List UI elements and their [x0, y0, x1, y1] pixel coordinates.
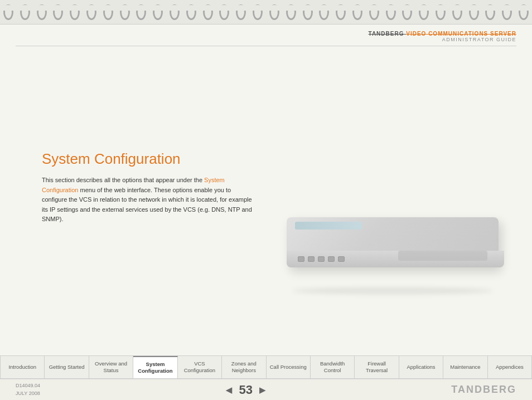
- spiral-ring: [103, 4, 113, 20]
- device-port-4: [328, 256, 335, 262]
- navigation-tabs: IntroductionGetting StartedOverview and …: [0, 355, 532, 379]
- device-body: [287, 217, 499, 267]
- nav-tab-bandwidth-control[interactable]: Bandwidth Control: [311, 356, 355, 378]
- device-shadow: [292, 287, 493, 294]
- nav-tab-firewall-traversal[interactable]: Firewall Traversal: [355, 356, 399, 378]
- page-footer: D14049.04 JULY 2008 ◀ 53 ▶ TANDBERG: [0, 379, 532, 400]
- spiral-binding: [0, 0, 532, 25]
- page-number: 53: [239, 383, 252, 397]
- nav-tab-system-configuration[interactable]: System Configuration: [133, 356, 177, 378]
- subtitle-line: ADMINISTRATOR GUIDE: [369, 37, 516, 42]
- spiral-ring: [136, 4, 146, 20]
- spiral-ring: [70, 4, 80, 20]
- nav-tab-introduction[interactable]: Introduction: [0, 356, 45, 378]
- device-port-1: [298, 256, 304, 262]
- doc-date: JULY 2008: [16, 390, 40, 398]
- spiral-ring: [236, 4, 246, 20]
- nav-tab-maintenance[interactable]: Maintenance: [443, 356, 487, 378]
- device-front-panel: [287, 251, 504, 267]
- spiral-ring: [485, 4, 495, 20]
- spiral-ring: [502, 4, 512, 20]
- spiral-ring: [53, 4, 63, 20]
- spiral-ring: [419, 4, 429, 20]
- device-illustration: [275, 206, 510, 290]
- tandberg-logo: TANDBERG: [451, 384, 516, 396]
- nav-tab-overview-and-status[interactable]: Overview and Status: [89, 356, 133, 378]
- body-text-1: This section describes all the options t…: [42, 177, 204, 183]
- spiral-ring: [369, 4, 379, 20]
- spiral-ring: [153, 4, 163, 20]
- spiral-ring: [3, 4, 13, 20]
- spiral-ring: [402, 4, 412, 20]
- prev-page-button[interactable]: ◀: [226, 386, 232, 394]
- nav-tab-zones-and-neighbors[interactable]: Zones and Neighbors: [222, 356, 266, 378]
- brand-line: TANDBERG VIDEO COMMUNICATIONS SERVER: [369, 31, 516, 37]
- device-port-3: [318, 256, 325, 262]
- nav-tab-applications[interactable]: Applications: [399, 356, 443, 378]
- header-divider: [16, 46, 516, 46]
- nav-tab-getting-started[interactable]: Getting Started: [45, 356, 89, 378]
- doc-number: D14049.04: [16, 382, 40, 390]
- spiral-ring: [186, 4, 196, 20]
- spiral-ring: [436, 4, 446, 20]
- spiral-ring: [336, 4, 346, 20]
- pagination: ◀ 53 ▶: [226, 383, 265, 397]
- doc-info: D14049.04 JULY 2008: [16, 382, 40, 397]
- nav-tab-vcs-configuration[interactable]: VCS Configuration: [178, 356, 222, 378]
- spiral-ring: [86, 4, 96, 20]
- spiral-ring: [352, 4, 362, 20]
- spiral-ring: [253, 4, 263, 20]
- spiral-ring: [286, 4, 296, 20]
- spiral-ring: [219, 4, 229, 20]
- section-body: This section describes all the options t…: [42, 175, 254, 225]
- spiral-ring: [452, 4, 462, 20]
- nav-tab-appendices[interactable]: Appendices: [488, 356, 532, 378]
- spiral-ring: [319, 4, 329, 20]
- next-page-button[interactable]: ▶: [259, 386, 265, 394]
- spiral-ring: [203, 4, 213, 20]
- spiral-ring: [120, 4, 130, 20]
- page-header: TANDBERG VIDEO COMMUNICATIONS SERVER ADM…: [369, 31, 516, 42]
- spiral-ring: [269, 4, 279, 20]
- spiral-ring: [170, 4, 180, 20]
- spiral-ring: [519, 4, 529, 20]
- device-port-2: [308, 256, 315, 262]
- spiral-ring: [303, 4, 313, 20]
- device-port-5: [338, 256, 345, 262]
- spiral-ring: [37, 4, 47, 20]
- section-title: System Configuration: [42, 150, 181, 168]
- nav-tab-call-processing[interactable]: Call Processing: [267, 356, 311, 378]
- spiral-ring: [386, 4, 396, 20]
- spiral-ring: [469, 4, 479, 20]
- spiral-ring: [20, 4, 30, 20]
